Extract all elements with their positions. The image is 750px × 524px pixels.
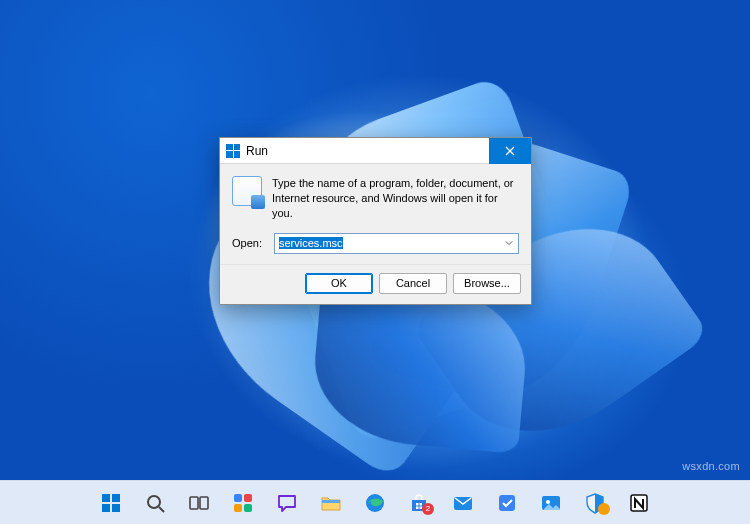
file-explorer-icon bbox=[320, 492, 342, 514]
taskbar-todo-button[interactable] bbox=[488, 484, 526, 522]
cancel-button[interactable]: Cancel bbox=[379, 273, 447, 294]
close-button[interactable] bbox=[489, 138, 531, 164]
todo-icon bbox=[496, 492, 518, 514]
mail-icon bbox=[452, 492, 474, 514]
open-label: Open: bbox=[232, 237, 266, 249]
taskbar-chat-button[interactable] bbox=[268, 484, 306, 522]
watermark-text: wsxdn.com bbox=[682, 460, 740, 472]
button-row: OK Cancel Browse... bbox=[220, 264, 531, 304]
start-icon bbox=[100, 492, 122, 514]
dialog-content: Type the name of a program, folder, docu… bbox=[220, 164, 531, 229]
run-dialog: Run Type the name of a program, folder, … bbox=[219, 137, 532, 305]
taskbar-mail-button[interactable] bbox=[444, 484, 482, 522]
chevron-down-icon[interactable] bbox=[502, 236, 516, 251]
taskbar-file-explorer-button[interactable] bbox=[312, 484, 350, 522]
photos-icon bbox=[540, 492, 562, 514]
search-icon bbox=[144, 492, 166, 514]
open-input[interactable] bbox=[274, 233, 519, 254]
taskbar-widgets-button[interactable] bbox=[224, 484, 262, 522]
taskbar-notion-button[interactable] bbox=[620, 484, 658, 522]
dialog-description: Type the name of a program, folder, docu… bbox=[272, 176, 519, 221]
open-combobox[interactable] bbox=[274, 233, 519, 254]
run-icon bbox=[232, 176, 262, 206]
ok-button[interactable]: OK bbox=[305, 273, 373, 294]
browse-button[interactable]: Browse... bbox=[453, 273, 521, 294]
taskbar-edge-button[interactable] bbox=[356, 484, 394, 522]
widgets-icon bbox=[232, 492, 254, 514]
window-title: Run bbox=[246, 144, 268, 158]
taskbar-photos-button[interactable] bbox=[532, 484, 570, 522]
notion-icon bbox=[628, 492, 650, 514]
taskbar-task-view-button[interactable] bbox=[180, 484, 218, 522]
task-view-icon bbox=[188, 492, 210, 514]
taskbar-center: 2 bbox=[92, 484, 658, 522]
taskbar-store-button[interactable]: 2 bbox=[400, 484, 438, 522]
open-row: Open: bbox=[220, 229, 531, 264]
chat-icon bbox=[276, 492, 298, 514]
taskbar: 2 bbox=[0, 480, 750, 524]
taskbar-start-button[interactable] bbox=[92, 484, 130, 522]
edge-icon bbox=[364, 492, 386, 514]
badge: 2 bbox=[422, 503, 434, 515]
taskbar-search-button[interactable] bbox=[136, 484, 174, 522]
titlebar[interactable]: Run bbox=[220, 138, 531, 164]
run-app-icon bbox=[226, 144, 240, 158]
taskbar-security-button[interactable] bbox=[576, 484, 614, 522]
warning-badge bbox=[598, 503, 610, 515]
